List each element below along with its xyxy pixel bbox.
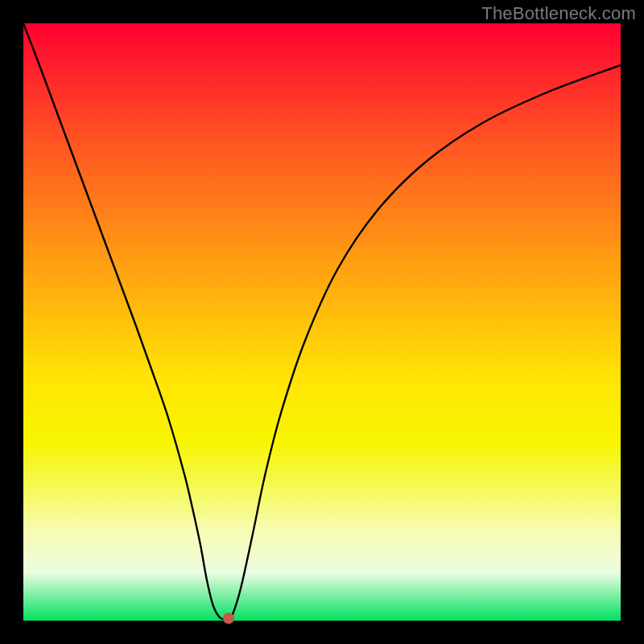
watermark-text: TheBottleneck.com (481, 3, 636, 24)
chart-frame: TheBottleneck.com (0, 0, 644, 644)
bottleneck-curve (23, 23, 621, 621)
plot-area (23, 23, 621, 621)
minimum-marker (223, 613, 234, 624)
